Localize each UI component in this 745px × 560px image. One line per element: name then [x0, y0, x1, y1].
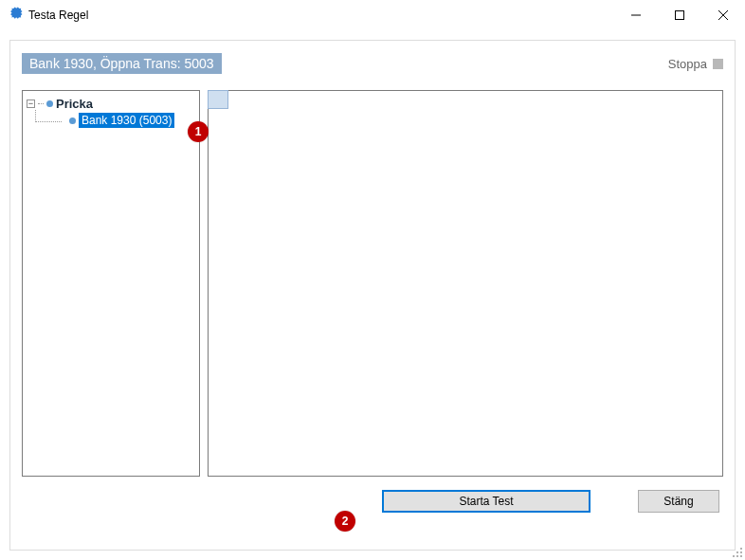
window-title: Testa Regel [28, 9, 88, 22]
tree-connector [38, 103, 44, 104]
content-tab[interactable] [208, 90, 228, 109]
client-area: Bank 1930, Öppna Trans: 5003 Stoppa − Pr… [0, 30, 745, 560]
tree-bullet-icon [69, 117, 76, 124]
svg-point-2 [736, 551, 738, 553]
stop-button[interactable]: Stoppa [668, 57, 723, 71]
svg-point-6 [740, 555, 742, 557]
window-controls [614, 0, 745, 30]
tree-bullet-icon [46, 100, 53, 107]
status-label: Bank 1930, Öppna Trans: 5003 [22, 53, 222, 74]
resize-grip-icon[interactable] [730, 545, 743, 558]
svg-point-4 [733, 555, 735, 557]
svg-point-1 [740, 548, 742, 550]
tree-root-label: Pricka [56, 97, 93, 111]
annotation-callout-2: 2 [335, 511, 355, 532]
stop-icon [713, 59, 723, 69]
tree-child-node[interactable]: Bank 1930 (5003) [31, 113, 195, 128]
minimize-button[interactable] [614, 0, 658, 30]
footer-row: Starta Test Stäng [22, 490, 723, 513]
svg-rect-0 [676, 11, 684, 20]
stop-label: Stoppa [668, 57, 707, 71]
tree-root-node[interactable]: − Pricka [27, 97, 195, 111]
content-panel [208, 90, 723, 477]
annotation-callout-1: 1 [188, 121, 209, 142]
titlebar: Testa Regel [0, 0, 745, 30]
main-group: Bank 1930, Öppna Trans: 5003 Stoppa − Pr… [9, 40, 736, 551]
tree-connector [31, 114, 69, 127]
header-row: Bank 1930, Öppna Trans: 5003 Stoppa [22, 52, 723, 75]
svg-point-3 [740, 551, 742, 553]
tree-expander-icon[interactable]: − [27, 99, 35, 108]
start-test-button[interactable]: Starta Test [382, 490, 591, 513]
body-row: − Pricka Bank 1930 (5003) [22, 90, 723, 477]
svg-point-5 [736, 555, 738, 557]
gear-icon [8, 7, 23, 25]
close-dialog-button[interactable]: Stäng [638, 490, 719, 513]
tree-child-label: Bank 1930 (5003) [79, 113, 174, 128]
maximize-button[interactable] [658, 0, 701, 30]
close-button[interactable] [701, 0, 745, 30]
tree-panel[interactable]: − Pricka Bank 1930 (5003) [22, 90, 200, 477]
